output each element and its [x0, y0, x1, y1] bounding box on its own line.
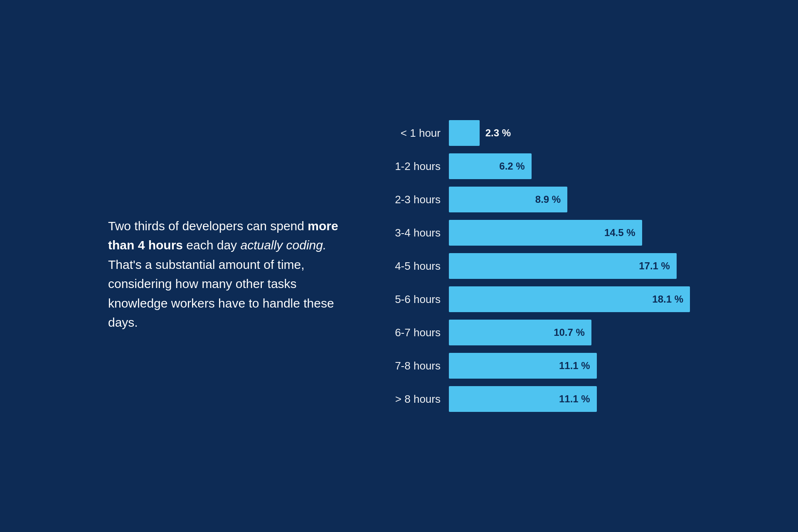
- bar-fill: 8.9 %: [449, 187, 567, 212]
- bar-value: 11.1 %: [559, 360, 590, 372]
- bar-row: 2-3 hours8.9 %: [387, 187, 690, 212]
- bar-fill: 10.7 %: [449, 320, 591, 345]
- bar-container: 8.9 %: [449, 187, 690, 212]
- bar-value: 6.2 %: [499, 160, 525, 172]
- bar-label: 3-4 hours: [387, 227, 441, 239]
- bar-value: 11.1 %: [559, 393, 590, 405]
- bar-label: > 8 hours: [387, 393, 441, 406]
- main-container: Two thirds of developers can spend more …: [108, 120, 690, 412]
- left-panel: Two thirds of developers can spend more …: [108, 192, 353, 341]
- bar-label: 1-2 hours: [387, 160, 441, 173]
- bar-label: 6-7 hours: [387, 326, 441, 339]
- chart-panel: < 1 hour2.3 %1-2 hours6.2 %2-3 hours8.9 …: [387, 120, 690, 412]
- bar-fill: 18.1 %: [449, 286, 690, 312]
- bar-fill: 11.1 %: [449, 386, 597, 412]
- bar-fill: 17.1 %: [449, 253, 677, 279]
- bar-container: 11.1 %: [449, 386, 690, 412]
- bar-label: 7-8 hours: [387, 360, 441, 372]
- bar-row: 3-4 hours14.5 %: [387, 220, 690, 246]
- bar-row: 6-7 hours10.7 %: [387, 320, 690, 345]
- bar-row: < 1 hour2.3 %: [387, 120, 690, 146]
- bar-value: 18.1 %: [652, 293, 683, 305]
- bar-fill: 11.1 %: [449, 353, 597, 379]
- bar-container: 18.1 %: [449, 286, 690, 312]
- description: Two thirds of developers can spend more …: [108, 217, 353, 332]
- bar-row: 7-8 hours11.1 %: [387, 353, 690, 379]
- bar-fill: 6.2 %: [449, 153, 532, 179]
- bar-container: 2.3 %: [449, 120, 690, 146]
- bar-value: 8.9 %: [535, 194, 561, 205]
- bar-label: 5-6 hours: [387, 293, 441, 306]
- bar-value: 17.1 %: [639, 260, 670, 272]
- bar-row: 1-2 hours6.2 %: [387, 153, 690, 179]
- bar-value: 2.3 %: [485, 127, 511, 139]
- bar-value: 14.5 %: [604, 227, 635, 239]
- bar-container: 17.1 %: [449, 253, 690, 279]
- bar-fill: 14.5 %: [449, 220, 642, 246]
- bar-row: > 8 hours11.1 %: [387, 386, 690, 412]
- bar-value: 10.7 %: [554, 327, 585, 338]
- bar-container: 6.2 %: [449, 153, 690, 179]
- bar-container: 10.7 %: [449, 320, 690, 345]
- bar-fill: [449, 120, 480, 146]
- bar-container: 14.5 %: [449, 220, 690, 246]
- bar-label: 2-3 hours: [387, 193, 441, 206]
- bar-label: < 1 hour: [387, 127, 441, 140]
- bar-container: 11.1 %: [449, 353, 690, 379]
- bar-label: 4-5 hours: [387, 260, 441, 273]
- bar-row: 5-6 hours18.1 %: [387, 286, 690, 312]
- bar-row: 4-5 hours17.1 %: [387, 253, 690, 279]
